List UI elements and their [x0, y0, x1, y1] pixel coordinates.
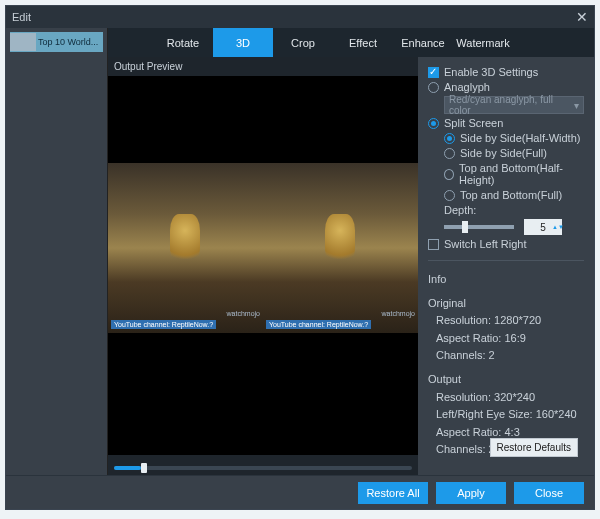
- apply-button[interactable]: Apply: [436, 482, 506, 504]
- thumbnail-icon: [10, 33, 36, 51]
- output-header: Output: [428, 371, 584, 389]
- mode-label: Top and Bottom(Full): [460, 189, 562, 201]
- footer: Restore All Apply Close: [6, 475, 594, 509]
- titlebar: Edit ✕: [6, 6, 594, 28]
- tab-crop[interactable]: Crop: [273, 28, 333, 57]
- preview-pane: Output Preview YouTube channel: ReptileN…: [108, 57, 418, 509]
- sbs-full-radio[interactable]: [444, 148, 455, 159]
- close-icon[interactable]: ✕: [576, 9, 588, 25]
- restore-all-button[interactable]: Restore All: [358, 482, 428, 504]
- sbs-half-radio[interactable]: [444, 133, 455, 144]
- anaglyph-label: Anaglyph: [444, 81, 490, 93]
- info-line: Channels: 2: [428, 347, 584, 365]
- chevron-down-icon: ▾: [574, 100, 579, 111]
- watermark-brand: watchmojo: [382, 310, 415, 317]
- sidebar-item-video[interactable]: Top 10 World...: [10, 32, 103, 52]
- sidebar: Top 10 World...: [6, 28, 108, 509]
- anaglyph-select: Red/cyan anaglyph, full color▾: [444, 96, 584, 114]
- close-button[interactable]: Close: [514, 482, 584, 504]
- watermark-left: YouTube channel: ReptileNow.?: [111, 320, 216, 329]
- info-line: Resolution: 1280*720: [428, 312, 584, 330]
- original-header: Original: [428, 295, 584, 313]
- anaglyph-radio[interactable]: [428, 82, 439, 93]
- info-line: Aspect Ratio: 16:9: [428, 330, 584, 348]
- mode-label: Side by Side(Full): [460, 147, 547, 159]
- tab-enhance[interactable]: Enhance: [393, 28, 453, 57]
- preview-header: Output Preview: [108, 57, 418, 76]
- info-block: Info Original Resolution: 1280*720 Aspec…: [428, 271, 584, 459]
- tab-3d[interactable]: 3D: [213, 28, 273, 57]
- enable-3d-checkbox[interactable]: [428, 67, 439, 78]
- video-area: YouTube channel: ReptileNow.? watchmojo …: [108, 76, 418, 455]
- spinner-arrows-icon[interactable]: ▲▼: [552, 224, 561, 230]
- restore-defaults-button[interactable]: Restore Defaults: [490, 438, 578, 457]
- depth-slider[interactable]: [444, 225, 514, 229]
- depth-label: Depth:: [444, 204, 476, 216]
- info-line: Resolution: 320*240: [428, 389, 584, 407]
- info-header: Info: [428, 271, 584, 289]
- left-eye-frame: YouTube channel: ReptileNow.? watchmojo: [108, 163, 263, 333]
- enable-3d-label: Enable 3D Settings: [444, 66, 538, 78]
- tab-full-radio[interactable]: [444, 190, 455, 201]
- split-screen-radio[interactable]: [428, 118, 439, 129]
- tab-bar: Rotate 3D Crop Effect Enhance Watermark: [108, 28, 594, 57]
- switch-lr-checkbox[interactable]: [428, 239, 439, 250]
- tab-rotate[interactable]: Rotate: [153, 28, 213, 57]
- window-title: Edit: [12, 11, 31, 23]
- tab-watermark[interactable]: Watermark: [453, 28, 513, 57]
- tab-effect[interactable]: Effect: [333, 28, 393, 57]
- split-screen-label: Split Screen: [444, 117, 503, 129]
- switch-lr-label: Switch Left Right: [444, 238, 527, 250]
- edit-dialog: Edit ✕ Top 10 World... Rotate 3D Crop Ef…: [5, 5, 595, 510]
- mode-label: Side by Side(Half-Width): [460, 132, 580, 144]
- watermark-brand: watchmojo: [227, 310, 260, 317]
- right-eye-frame: YouTube channel: ReptileNow.? watchmojo: [263, 163, 418, 333]
- divider: [428, 260, 584, 261]
- info-line: Left/Right Eye Size: 160*240: [428, 406, 584, 424]
- depth-spinner[interactable]: 5▲▼: [524, 219, 562, 235]
- progress-knob[interactable]: [141, 463, 147, 473]
- watermark-left: YouTube channel: ReptileNow.?: [266, 320, 371, 329]
- mode-label: Top and Bottom(Half-Height): [459, 162, 584, 186]
- sidebar-item-label: Top 10 World...: [38, 37, 98, 47]
- tab-half-radio[interactable]: [444, 169, 454, 180]
